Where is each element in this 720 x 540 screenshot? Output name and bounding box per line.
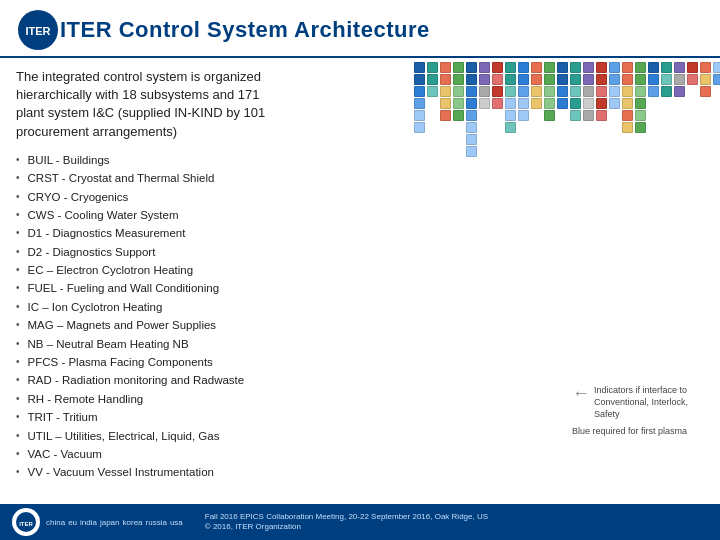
grid-cell xyxy=(414,86,425,97)
grid-cell xyxy=(635,122,646,133)
grid-cell xyxy=(648,74,659,85)
subsystem-label: RH - Remote Handling xyxy=(28,390,144,408)
grid-cell xyxy=(648,86,659,97)
grid-cell xyxy=(544,86,555,97)
bullet-icon: • xyxy=(16,354,20,370)
grid-column xyxy=(440,62,451,121)
bullet-icon: • xyxy=(16,464,20,480)
grid-columns xyxy=(414,62,720,157)
grid-cell xyxy=(492,86,503,97)
grid-cell xyxy=(635,62,646,73)
grid-cell xyxy=(466,74,477,85)
subsystems-list: •BUIL - Buildings•CRST - Cryostat and Th… xyxy=(16,151,364,482)
grid-cell xyxy=(440,110,451,121)
grid-cell xyxy=(609,74,620,85)
iter-logo-header: ITER xyxy=(16,8,60,52)
footer-logo-area: ITER china eu india japan korea russia u… xyxy=(12,508,193,536)
grid-visualization xyxy=(414,62,714,157)
list-item: •MAG – Magnets and Power Supplies xyxy=(16,316,364,334)
grid-cell xyxy=(479,62,490,73)
grid-column xyxy=(544,62,555,121)
bullet-icon: • xyxy=(16,372,20,388)
list-item: •D2 - Diagnostics Support xyxy=(16,243,364,261)
grid-cell xyxy=(544,62,555,73)
list-item: •TRIT - Tritium xyxy=(16,408,364,426)
footer-flags: china eu india japan korea russia usa xyxy=(46,518,183,527)
list-item: •CRST - Cryostat and Thermal Shield xyxy=(16,169,364,187)
subsystem-label: CRST - Cryostat and Thermal Shield xyxy=(28,169,215,187)
grid-cell xyxy=(583,110,594,121)
bullet-icon: • xyxy=(16,244,20,260)
page-title: ITER Control System Architecture xyxy=(60,17,430,43)
grid-cell xyxy=(531,62,542,73)
grid-cell xyxy=(440,98,451,109)
grid-cell xyxy=(414,74,425,85)
grid-cell xyxy=(414,98,425,109)
grid-cell xyxy=(596,86,607,97)
bullet-icon: • xyxy=(16,299,20,315)
bullet-icon: • xyxy=(16,446,20,462)
bullet-icon: • xyxy=(16,317,20,333)
bullet-icon: • xyxy=(16,280,20,296)
footer-copyright: © 2016, ITER Organization xyxy=(205,522,301,531)
grid-column xyxy=(518,62,529,121)
grid-cell xyxy=(427,86,438,97)
grid-cell xyxy=(518,110,529,121)
grid-cell xyxy=(479,86,490,97)
grid-cell xyxy=(557,62,568,73)
list-item: •UTIL – Utilities, Electrical, Liquid, G… xyxy=(16,427,364,445)
main-content: The integrated control system is organiz… xyxy=(0,58,720,504)
bullet-icon: • xyxy=(16,189,20,205)
grid-cell xyxy=(674,62,685,73)
grid-cell xyxy=(609,62,620,73)
footer-text: Fall 2016 EPICS Collaboration Meeting, 2… xyxy=(205,512,488,533)
flag-china: china xyxy=(46,518,65,527)
grid-cell xyxy=(583,98,594,109)
grid-cell xyxy=(414,62,425,73)
grid-cell xyxy=(544,110,555,121)
grid-cell xyxy=(557,86,568,97)
grid-column xyxy=(661,62,672,97)
grid-cell xyxy=(466,86,477,97)
grid-column xyxy=(674,62,685,97)
intro-line4: procurement arrangements) xyxy=(16,124,177,139)
grid-cell xyxy=(453,98,464,109)
grid-cell xyxy=(440,62,451,73)
grid-cell xyxy=(479,74,490,85)
flag-russia: russia xyxy=(146,518,167,527)
grid-cell xyxy=(505,74,516,85)
grid-cell xyxy=(453,110,464,121)
grid-cell xyxy=(492,74,503,85)
page-container: ITER ITER Control System Architecture Th… xyxy=(0,0,720,540)
svg-text:ITER: ITER xyxy=(19,521,33,527)
grid-column xyxy=(570,62,581,121)
right-panel: ← Indicators if interface to Conventiona… xyxy=(380,58,720,504)
grid-cell xyxy=(492,98,503,109)
annotation-2: Blue required for first plasma xyxy=(572,426,712,438)
intro-line2: hierarchically with 18 subsystems and 17… xyxy=(16,87,260,102)
list-item: •PFCS - Plasma Facing Components xyxy=(16,353,364,371)
grid-cell xyxy=(622,62,633,73)
iter-logo-svg: ITER xyxy=(15,511,37,533)
grid-cell xyxy=(622,74,633,85)
grid-cell xyxy=(466,122,477,133)
footer: ITER china eu india japan korea russia u… xyxy=(0,504,720,540)
grid-cell xyxy=(570,110,581,121)
grid-cell xyxy=(505,62,516,73)
grid-cell xyxy=(466,62,477,73)
grid-cell xyxy=(531,74,542,85)
grid-column xyxy=(635,62,646,133)
svg-text:ITER: ITER xyxy=(25,25,50,37)
subsystem-label: VV - Vacuum Vessel Instrumentation xyxy=(28,463,214,481)
annotation-1: ← Indicators if interface to Conventiona… xyxy=(572,385,712,420)
left-panel: The integrated control system is organiz… xyxy=(0,58,380,504)
grid-cell xyxy=(518,74,529,85)
grid-cell xyxy=(648,62,659,73)
grid-cell xyxy=(466,110,477,121)
grid-column xyxy=(700,62,711,97)
annotation-text-2: Blue required for first plasma xyxy=(572,426,687,438)
flag-japan: japan xyxy=(100,518,120,527)
grid-column xyxy=(557,62,568,109)
bullet-icon: • xyxy=(16,391,20,407)
list-item: •NB – Neutral Beam Heating NB xyxy=(16,335,364,353)
